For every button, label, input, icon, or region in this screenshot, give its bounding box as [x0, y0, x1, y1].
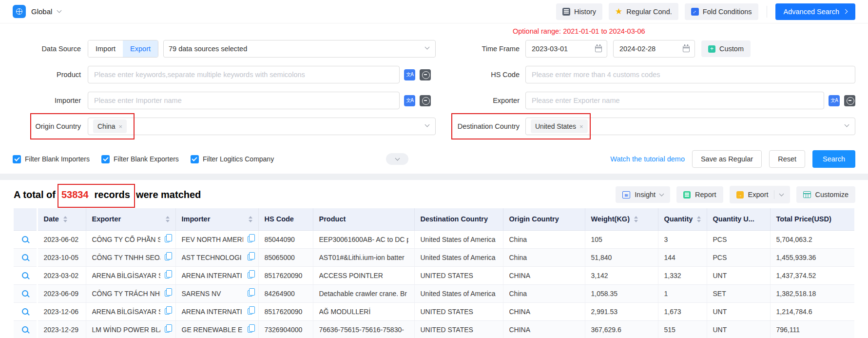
insight-label: Insight: [635, 191, 656, 199]
cell-weight: 51,840: [585, 248, 658, 266]
copy-icon[interactable]: [248, 308, 252, 315]
column-header[interactable]: Quantity: [658, 208, 707, 230]
checkbox-checked-icon[interactable]: [101, 155, 110, 163]
hs-code-input[interactable]: [525, 66, 855, 83]
insight-button[interactable]: Insight: [616, 186, 670, 203]
magnifier-icon[interactable]: [22, 326, 28, 333]
column-header[interactable]: HS Code: [258, 208, 313, 230]
chevron-down-icon[interactable]: [57, 8, 62, 13]
cell-importer: ARENA INTERNATI: [175, 266, 258, 284]
copy-icon[interactable]: [165, 236, 170, 242]
sort-arrows-icon[interactable]: [166, 216, 170, 222]
filter-blank-importers-checkbox[interactable]: Filter Blank Importers: [13, 155, 90, 163]
sort-arrows-icon[interactable]: [63, 216, 67, 222]
region-selector[interactable]: Global: [13, 5, 61, 18]
column-header[interactable]: Importer: [175, 208, 258, 230]
cell-text: 2023-12-29: [44, 326, 80, 334]
data-source-selected: 79 data sources selected: [169, 45, 247, 53]
copy-icon[interactable]: [248, 272, 252, 278]
destination-country-select[interactable]: United States: [525, 118, 855, 135]
copy-icon[interactable]: [165, 290, 170, 297]
data-source-select[interactable]: 79 data sources selected: [163, 40, 436, 58]
column-header[interactable]: Origin Country: [503, 208, 585, 230]
import-toggle[interactable]: Import: [88, 40, 123, 57]
calendar-icon[interactable]: [595, 46, 602, 52]
sort-arrows-icon[interactable]: [634, 216, 638, 222]
product-input[interactable]: [88, 66, 400, 83]
collapse-conditions-button[interactable]: [386, 153, 408, 165]
cell-text: 2023-06-09: [44, 290, 80, 298]
column-header[interactable]: Total Price(USD): [770, 208, 854, 230]
filter-blank-exporters-checkbox[interactable]: Filter Blank Exporters: [101, 155, 179, 163]
cell-destination-country: United States of America: [414, 230, 503, 248]
checkbox-label: Filter Blank Importers: [25, 155, 90, 163]
advanced-search-button[interactable]: Advanced Search: [775, 3, 855, 20]
copy-icon[interactable]: [248, 254, 252, 260]
export-button[interactable]: Export: [730, 186, 790, 203]
column-header-label: HS Code: [265, 215, 294, 223]
translate-icon[interactable]: [404, 95, 415, 106]
copy-icon[interactable]: [165, 308, 170, 315]
importer-input[interactable]: [88, 92, 400, 109]
cell-text: FEV NORTH AMERI: [182, 236, 243, 243]
calendar-icon[interactable]: [683, 46, 690, 52]
cell-exporter: ARENA BİLGİSAYAR S: [86, 302, 175, 320]
copy-icon[interactable]: [248, 326, 252, 333]
column-header[interactable]: Product: [313, 208, 414, 230]
column-header[interactable]: Exporter: [86, 208, 175, 230]
cell-origin-country: China: [503, 284, 585, 302]
tutorial-link[interactable]: Watch the tutorial demo: [610, 155, 685, 163]
fold-conditions-button[interactable]: Fold Conditions: [685, 3, 758, 20]
magnifier-icon[interactable]: [22, 236, 28, 242]
column-header-label: Destination Country: [421, 215, 488, 223]
cell-date: 2023-12-06: [37, 302, 86, 320]
magnifier-icon[interactable]: [22, 272, 28, 278]
sort-arrows-icon[interactable]: [697, 216, 701, 222]
regular-cond-button[interactable]: Regular Cond.: [609, 3, 678, 20]
optional-range-text: Optional range: 2021-01-01 to 2024-03-06: [513, 27, 645, 35]
copy-icon[interactable]: [165, 326, 170, 333]
fuzzy-match-icon[interactable]: [420, 69, 431, 80]
copy-icon[interactable]: [248, 290, 252, 297]
cell-text: China: [509, 290, 579, 298]
origin-country-select[interactable]: China: [88, 118, 436, 135]
remove-tag-icon[interactable]: [119, 123, 123, 130]
remove-tag-icon[interactable]: [579, 123, 583, 130]
custom-range-button[interactable]: Custom: [701, 40, 751, 57]
history-button[interactable]: History: [556, 3, 602, 20]
cell-text: CÔNG TY CỔ PHẦN SẢ: [92, 236, 160, 243]
checkbox-checked-icon[interactable]: [13, 155, 21, 163]
cell-text: 105: [591, 236, 652, 243]
sort-arrows-icon[interactable]: [249, 216, 252, 222]
fuzzy-match-icon[interactable]: [420, 95, 431, 106]
column-header[interactable]: Quantity U...: [707, 208, 770, 230]
magnifier-icon[interactable]: [22, 254, 28, 260]
export-toggle[interactable]: Export: [123, 40, 158, 57]
cell-exporter: ARENA BİLGİSAYAR S: [86, 266, 175, 284]
magnifier-icon[interactable]: [22, 308, 28, 315]
column-header-label: Importer: [182, 215, 211, 223]
column-header[interactable]: Weight(KG): [585, 208, 658, 230]
exporter-input[interactable]: [525, 92, 824, 109]
copy-icon[interactable]: [248, 236, 252, 242]
records-count: 53834: [61, 189, 89, 200]
translate-icon[interactable]: [404, 69, 415, 80]
report-button[interactable]: Report: [676, 186, 723, 203]
reset-button[interactable]: Reset: [769, 150, 805, 168]
checkbox-checked-icon[interactable]: [191, 155, 199, 163]
column-header[interactable]: Destination Country: [414, 208, 503, 230]
search-button[interactable]: Search: [812, 150, 855, 168]
customize-button[interactable]: Customize: [796, 186, 856, 203]
table-header-row: DateExporterImporterHS CodeProductDestin…: [14, 208, 854, 230]
fuzzy-match-icon[interactable]: [844, 95, 855, 106]
chevron-down-icon[interactable]: [779, 191, 784, 196]
save-as-regular-button[interactable]: Save as Regular: [692, 150, 762, 168]
start-date-field: [525, 40, 607, 58]
column-header[interactable]: Date: [37, 208, 86, 230]
translate-icon[interactable]: [829, 95, 840, 106]
copy-icon[interactable]: [165, 254, 170, 260]
filter-logitics-company-checkbox[interactable]: Filter Logitics Company: [191, 155, 274, 163]
copy-icon[interactable]: [165, 272, 170, 278]
magnifier-icon[interactable]: [22, 290, 28, 297]
bi-chart-icon: [622, 191, 630, 199]
